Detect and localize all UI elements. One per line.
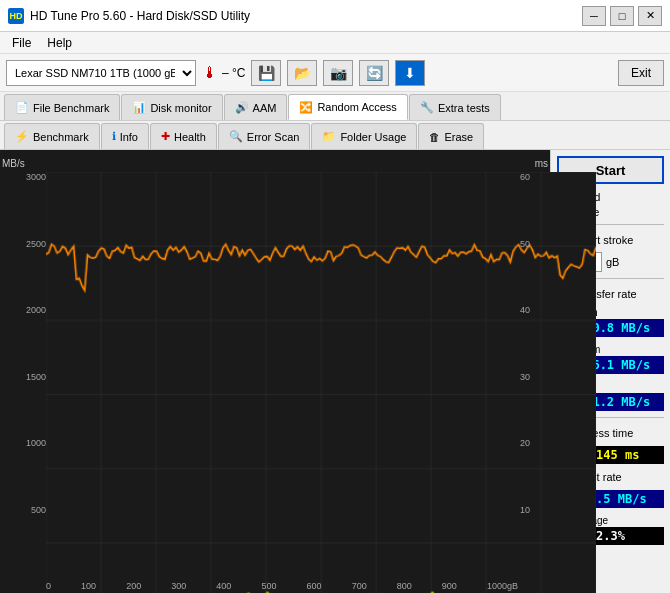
erase-label: Erase [444,131,473,143]
y-right-40: 40 [520,305,548,315]
benchmark-icon: ⚡ [15,130,29,143]
window-controls: ─ □ ✕ [582,6,662,26]
tab-benchmark[interactable]: ⚡ Benchmark [4,123,100,149]
toolbar-btn-4[interactable]: 🔄 [359,60,389,86]
random-access-label: Random Access [317,101,396,113]
menu-file[interactable]: File [4,34,39,52]
random-access-icon: 🔀 [299,101,313,114]
y-axis-labels-left: 3000 2500 2000 1500 1000 500 [2,172,46,571]
aam-icon: 🔊 [235,101,249,114]
app-icon: HD [8,8,24,24]
tabs-row1: 📄 File Benchmark 📊 Disk monitor 🔊 AAM 🔀 … [0,92,670,121]
y-right-60: 60 [520,172,548,182]
maximize-button[interactable]: □ [610,6,634,26]
y-label-500: 500 [2,505,46,515]
thermometer-icon: 🌡 [202,64,218,82]
y-right-20: 20 [520,438,548,448]
gb-label: gB [606,256,619,268]
tab-health[interactable]: ✚ Health [150,123,217,149]
tab-random-access[interactable]: 🔀 Random Access [288,94,407,120]
benchmark-chart [46,172,596,593]
disk-monitor-label: Disk monitor [150,102,211,114]
extra-tests-label: Extra tests [438,102,490,114]
toolbar-btn-2[interactable]: 📂 [287,60,317,86]
folder-usage-icon: 📁 [322,130,336,143]
health-label: Health [174,131,206,143]
tab-erase[interactable]: 🗑 Erase [418,123,484,149]
tabs-row2: ⚡ Benchmark ℹ Info ✚ Health 🔍 Error Scan… [0,121,670,150]
tab-error-scan[interactable]: 🔍 Error Scan [218,123,311,149]
y-right-10: 10 [520,505,548,515]
temperature-value: – °C [222,66,245,80]
disk-monitor-icon: 📊 [132,101,146,114]
title-bar: HD HD Tune Pro 5.60 - Hard Disk/SSD Util… [0,0,670,32]
tab-info[interactable]: ℹ Info [101,123,149,149]
file-benchmark-label: File Benchmark [33,102,109,114]
extra-tests-icon: 🔧 [420,101,434,114]
y-label-2500: 2500 [2,239,46,249]
title-bar-left: HD HD Tune Pro 5.60 - Hard Disk/SSD Util… [8,8,250,24]
aam-label: AAM [253,102,277,114]
y-label-1500: 1500 [2,372,46,382]
y-right-50: 50 [520,239,548,249]
exit-button[interactable]: Exit [618,60,664,86]
chart-container: MB/s ms 3000 2500 2000 1500 1000 500 60 … [0,150,550,593]
error-scan-icon: 🔍 [229,130,243,143]
y-label-1000: 1000 [2,438,46,448]
benchmark-label: Benchmark [33,131,89,143]
y-right-30: 30 [520,372,548,382]
y-label-2000: 2000 [2,305,46,315]
tab-file-benchmark[interactable]: 📄 File Benchmark [4,94,120,120]
menu-help[interactable]: Help [39,34,80,52]
window-title: HD Tune Pro 5.60 - Hard Disk/SSD Utility [30,9,250,23]
tab-extra-tests[interactable]: 🔧 Extra tests [409,94,501,120]
minimize-button[interactable]: ─ [582,6,606,26]
toolbar: Lexar SSD NM710 1TB (1000 gB) 🌡 – °C 💾 📂… [0,54,670,92]
close-button[interactable]: ✕ [638,6,662,26]
y-label-3000: 3000 [2,172,46,182]
health-icon: ✚ [161,130,170,143]
tab-aam[interactable]: 🔊 AAM [224,94,288,120]
info-label: Info [120,131,138,143]
folder-usage-label: Folder Usage [340,131,406,143]
drive-selector[interactable]: Lexar SSD NM710 1TB (1000 gB) [6,60,196,86]
y-axis-labels-right: 60 50 40 30 20 10 [520,172,548,571]
erase-icon: 🗑 [429,131,440,143]
menu-bar: File Help [0,32,670,54]
toolbar-btn-3[interactable]: 📷 [323,60,353,86]
temperature-display: 🌡 – °C [202,64,245,82]
y-axis-unit-left: MB/s [2,158,25,169]
tab-disk-monitor[interactable]: 📊 Disk monitor [121,94,222,120]
main-area: MB/s ms 3000 2500 2000 1500 1000 500 60 … [0,150,670,593]
file-benchmark-icon: 📄 [15,101,29,114]
y-axis-unit-right: ms [535,158,548,169]
info-icon: ℹ [112,130,116,143]
tab-folder-usage[interactable]: 📁 Folder Usage [311,123,417,149]
error-scan-label: Error Scan [247,131,300,143]
toolbar-btn-1[interactable]: 💾 [251,60,281,86]
toolbar-btn-5[interactable]: ⬇ [395,60,425,86]
x-axis-labels: 0 100 200 300 400 500 600 700 800 900 10… [46,581,518,591]
